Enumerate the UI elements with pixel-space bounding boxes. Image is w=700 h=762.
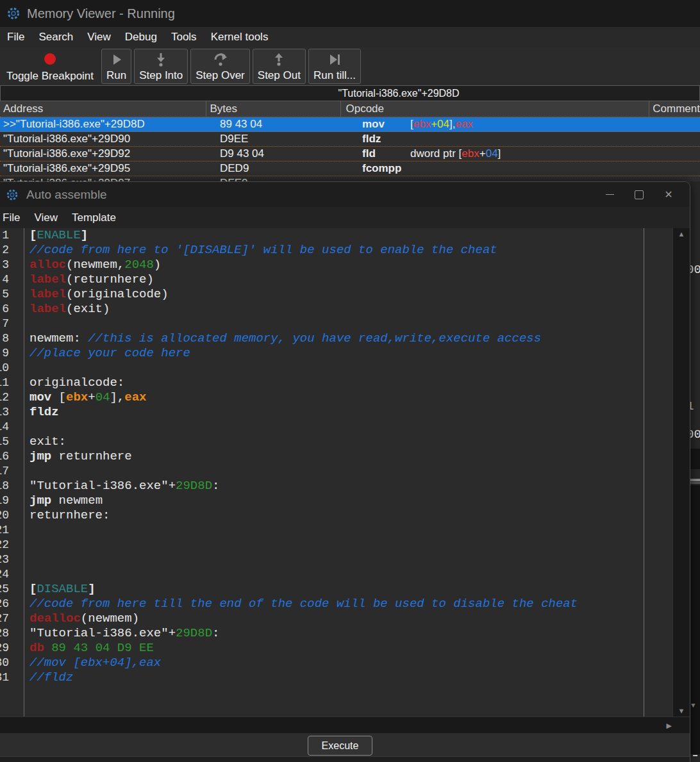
line-number: 17 xyxy=(0,464,24,479)
menu-template[interactable]: Template xyxy=(65,211,123,224)
scroll-up-icon[interactable]: ▲ xyxy=(678,228,685,240)
step-out-button[interactable]: Step Out xyxy=(253,49,306,84)
step-over-icon xyxy=(213,52,228,67)
code-line: //place your code here xyxy=(29,346,662,361)
execute-button[interactable]: Execute xyxy=(308,736,373,756)
code-line: [DISABLE] xyxy=(29,582,662,597)
code-token: + xyxy=(479,147,486,160)
code-token: + xyxy=(88,390,95,404)
menu-kernel-tools[interactable]: Kernel tools xyxy=(204,31,276,44)
memory-viewer-menubar: FileSearchViewDebugToolsKernel tools xyxy=(0,27,700,47)
code-line: jmp newmem xyxy=(29,493,662,508)
code-token: ], xyxy=(449,118,455,131)
menu-tools[interactable]: Tools xyxy=(164,31,204,44)
code-token: 29D8D xyxy=(176,626,212,640)
close-button[interactable]: ✕ xyxy=(654,185,683,204)
code-line: label(exit) xyxy=(29,302,662,317)
editor-horizontal-scrollbar[interactable]: ◀ ▶ xyxy=(0,716,690,733)
column-header-bytes[interactable]: Bytes xyxy=(206,101,341,117)
line-number: 16 xyxy=(0,449,24,464)
toolbar-button-label: Run xyxy=(106,69,126,82)
code-line: mov [ebx+04],eax xyxy=(29,390,662,405)
code-token: returnhere: xyxy=(29,508,110,522)
line-number: 27 xyxy=(0,611,24,626)
maximize-button[interactable] xyxy=(624,185,654,204)
script-code-area: [ENABLE]//code from here to '[DISABLE]' … xyxy=(29,228,662,685)
line-number: 30 xyxy=(0,656,24,670)
line-number: 2 xyxy=(0,243,24,258)
disassembly-row[interactable]: "Tutorial-i386.exe"+29D90D9EEfldz xyxy=(0,132,700,147)
code-token: (exit) xyxy=(66,302,110,316)
line-number: 3 xyxy=(0,258,24,272)
code-line: alloc(newmem,2048) xyxy=(29,258,662,272)
disassembly-table-header: AddressBytesOpcodeComment xyxy=(0,101,700,117)
code-line: db 89 43 04 D9 EE xyxy=(29,641,662,656)
toolbar-button-label: Run till... xyxy=(313,69,356,82)
background-fragment-block xyxy=(690,449,700,469)
scroll-right-icon[interactable]: ▶ xyxy=(667,720,672,731)
step-into-button[interactable]: Step Into xyxy=(134,49,188,84)
code-line xyxy=(29,552,662,567)
mnemonic: mov xyxy=(362,118,410,131)
code-token: mov xyxy=(29,390,51,404)
disassembly-row[interactable]: >>"Tutorial-i386.exe"+29D8D89 43 04mov[e… xyxy=(0,117,700,132)
code-token: ] xyxy=(88,582,95,596)
code-line xyxy=(29,361,662,376)
code-token: //mov [ebx+04],eax xyxy=(29,656,161,670)
background-window-fragment: ▼ 00100 xyxy=(690,181,700,762)
code-token: [ xyxy=(51,390,66,404)
step-over-button[interactable]: Step Over xyxy=(190,49,250,84)
code-token: : xyxy=(212,626,219,640)
code-token: //code from here till the end of the cod… xyxy=(29,597,578,611)
address-combobox[interactable]: "Tutorial-i386.exe"+29D8D xyxy=(0,85,700,101)
column-header-opcode[interactable]: Opcode xyxy=(341,101,649,117)
dialog-status-strip xyxy=(0,756,690,762)
line-number: 13 xyxy=(0,405,24,420)
minimize-button[interactable] xyxy=(595,185,624,204)
run-button[interactable]: Run xyxy=(101,49,131,84)
line-number: 14 xyxy=(0,420,24,435)
code-line: jmp returnhere xyxy=(29,449,662,464)
line-number: 19 xyxy=(0,493,24,508)
menu-debug[interactable]: Debug xyxy=(118,31,164,44)
toolbar-button-label: Step Over xyxy=(196,69,245,82)
menu-view[interactable]: View xyxy=(80,31,118,44)
dialog-title: Auto assemble xyxy=(26,188,587,202)
code-line: dealloc(newmem) xyxy=(29,611,662,626)
comment-cell xyxy=(681,162,700,176)
scroll-down-icon[interactable]: ▼ xyxy=(678,705,685,716)
line-number: 26 xyxy=(0,597,24,611)
code-line: [ENABLE] xyxy=(29,228,662,243)
code-line: //code from here till the end of the cod… xyxy=(29,597,662,611)
run-till-button[interactable]: Run till... xyxy=(308,49,361,84)
code-line: "Tutorial-i386.exe"+29D8D: xyxy=(29,626,662,641)
menu-search[interactable]: Search xyxy=(31,31,80,44)
line-number: 6 xyxy=(0,302,24,317)
maximize-icon xyxy=(635,190,644,199)
auto-assemble-titlebar: Auto assemble ✕ xyxy=(0,182,690,207)
code-line: //code from here to '[DISABLE]' will be … xyxy=(29,243,662,258)
toolbar-button-label: Step Out xyxy=(258,69,301,82)
code-line: //mov [ebx+04],eax xyxy=(29,656,662,670)
menu-view[interactable]: View xyxy=(27,211,65,224)
column-header-comment[interactable]: Comment xyxy=(649,101,700,117)
mnemonic: fldz xyxy=(362,133,410,145)
code-token: //place your code here xyxy=(29,346,190,360)
script-editor[interactable]: 1234567891011121314151617181920212223242… xyxy=(0,228,690,716)
toggle-breakpoint-button[interactable]: Toggle Breakpoint xyxy=(1,49,99,84)
menu-file[interactable]: File xyxy=(0,31,31,44)
auto-assemble-dialog: Auto assemble ✕ FileViewTemplate 1234567… xyxy=(0,181,690,762)
code-token: fldz xyxy=(29,405,59,419)
line-number: 15 xyxy=(0,435,24,449)
dialog-bottom-bar: Execute xyxy=(0,733,690,762)
line-number: 4 xyxy=(0,272,24,287)
code-line: label(originalcode) xyxy=(29,287,662,302)
column-header-address[interactable]: Address xyxy=(0,101,206,117)
line-number: 31 xyxy=(0,670,24,685)
address-cell: "Tutorial-i386.exe"+29D95 xyxy=(0,162,217,176)
disassembly-row[interactable]: "Tutorial-i386.exe"+29D92D9 43 04flddwor… xyxy=(0,147,700,162)
editor-vertical-scrollbar[interactable]: ▲ ▼ xyxy=(672,228,690,716)
close-icon: ✕ xyxy=(664,190,672,200)
disassembly-row[interactable]: "Tutorial-i386.exe"+29D95DED9fcompp xyxy=(0,162,700,176)
menu-file[interactable]: File xyxy=(0,211,27,224)
